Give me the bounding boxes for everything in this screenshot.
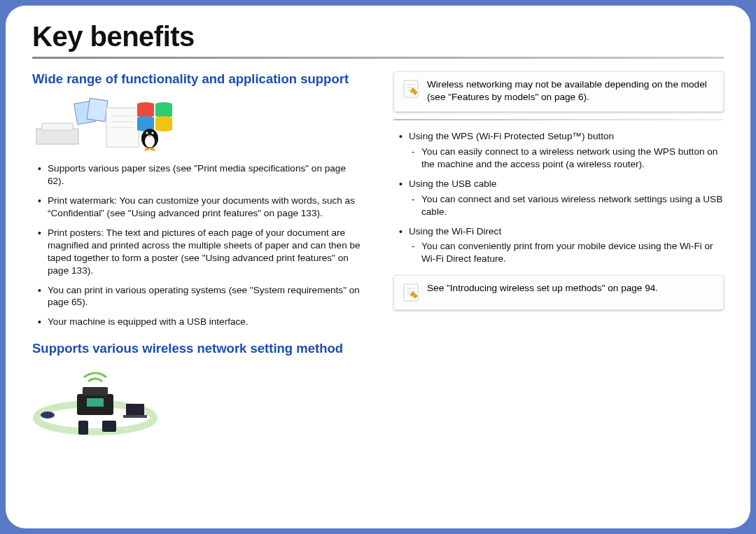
note-box-see-also: See "Introducing wireless set up methods… — [393, 275, 724, 310]
note-divider — [393, 119, 724, 120]
svg-rect-15 — [87, 398, 104, 407]
note-box-availability: Wireless networking may not be available… — [393, 71, 724, 112]
list-item: Using the USB cable You can connect and … — [393, 178, 724, 218]
sub-list-item: You can conveniently print from your mob… — [409, 240, 724, 265]
list-item: Using the Wi-Fi Direct You can convenien… — [393, 225, 724, 266]
note-icon — [403, 283, 419, 302]
section-heading-wireless: Supports various wireless network settin… — [32, 341, 363, 356]
svg-point-11 — [151, 132, 153, 134]
sub-list: You can conveniently print from your mob… — [409, 240, 724, 265]
sub-list: You can easily connect to a wireless net… — [409, 146, 724, 171]
wireless-illustration-icon — [32, 366, 158, 436]
note-text: Wireless networking may not be available… — [427, 78, 714, 104]
svg-rect-25 — [404, 284, 418, 301]
svg-rect-3 — [87, 98, 108, 121]
list-item: Supports various paper sizes (see "Print… — [32, 162, 363, 188]
svg-rect-19 — [102, 421, 116, 432]
svg-rect-1 — [42, 123, 73, 130]
sub-list: You can connect and set various wireless… — [409, 193, 724, 218]
os-illustration-icon — [32, 97, 172, 153]
page: Key benefits Wide range of functionality… — [6, 6, 750, 528]
list-item: Print watermark: You can customize your … — [32, 195, 363, 220]
title-divider — [32, 57, 724, 59]
left-column: Wide range of functionality and applicat… — [32, 71, 363, 446]
svg-rect-17 — [123, 415, 147, 418]
svg-rect-21 — [404, 80, 418, 97]
functionality-list: Supports various paper sizes (see "Print… — [32, 162, 363, 328]
svg-rect-14 — [83, 387, 108, 395]
content-columns: Wide range of functionality and applicat… — [32, 71, 724, 446]
list-item: You can print in various operating syste… — [32, 284, 363, 309]
list-item: Print posters: The text and pictures of … — [32, 227, 363, 277]
illustration-wireless — [32, 366, 363, 436]
list-item-text: Using the WPS (Wi-Fi Protected Setup™) b… — [409, 131, 614, 141]
section-heading-functionality: Wide range of functionality and applicat… — [32, 71, 363, 87]
list-item: Using the WPS (Wi-Fi Protected Setup™) b… — [393, 130, 724, 171]
svg-rect-16 — [126, 404, 144, 415]
wireless-methods-list: Using the WPS (Wi-Fi Protected Setup™) b… — [393, 130, 724, 265]
list-item-text: Using the USB cable — [409, 178, 496, 189]
note-text: See "Introducing wireless set up methods… — [427, 282, 714, 295]
svg-rect-0 — [36, 129, 78, 144]
note-icon — [403, 80, 419, 98]
list-item-text: Using the Wi-Fi Direct — [409, 226, 501, 237]
svg-rect-18 — [78, 421, 88, 435]
list-item: Your machine is equipped with a USB inte… — [32, 316, 363, 328]
page-title: Key benefits — [32, 21, 724, 52]
sub-list-item: You can easily connect to a wireless net… — [409, 146, 724, 171]
svg-point-10 — [146, 132, 148, 134]
sub-list-item: You can connect and set various wireless… — [409, 193, 724, 218]
svg-point-20 — [41, 412, 55, 419]
right-column: Wireless networking may not be available… — [393, 71, 724, 446]
illustration-os-printing — [32, 97, 363, 153]
